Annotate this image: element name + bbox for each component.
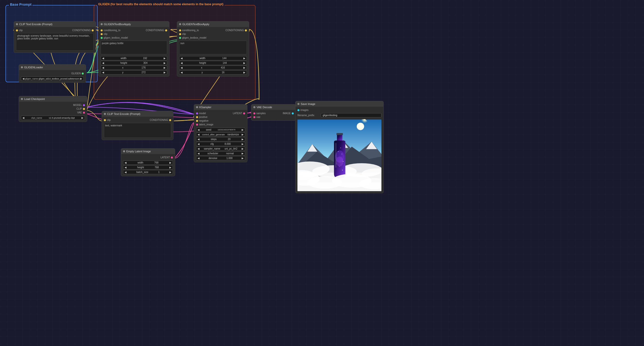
param-row-ckpt: ◀ ckpt_name v1-5-pruned-emaonly.ckpt ▶: [21, 115, 85, 120]
node-title: VAE Decode: [256, 106, 272, 109]
arrow-right[interactable]: ▶: [170, 161, 172, 164]
slider-y-2[interactable]: ◀ y 16 ▶: [179, 70, 247, 75]
arrow-left[interactable]: ◀: [180, 66, 182, 69]
slider-x-1[interactable]: ◀ x 176 ▶: [101, 66, 167, 70]
arrow-left[interactable]: ◀: [124, 161, 126, 164]
port-row-images-in: images: [298, 108, 382, 112]
arrow-right[interactable]: ▶: [164, 71, 166, 74]
slider-height-1[interactable]: ◀ height 304 ▶: [101, 61, 167, 65]
slider-height-2[interactable]: ◀ height 144 ▶: [179, 61, 247, 65]
param-sampler-name: ◀ sampler_name uni_pc_bh2 ▶: [196, 146, 245, 151]
arrow-right[interactable]: ▶: [170, 166, 172, 169]
arrow-left[interactable]: ◀: [198, 152, 200, 155]
arrow-left[interactable]: ◀: [102, 57, 104, 60]
arrow-right[interactable]: ▶: [164, 57, 166, 60]
port-dot-clip-neg: [104, 119, 106, 121]
arrow-left[interactable]: ◀: [124, 171, 126, 173]
slider-width-1[interactable]: ◀ width 192 ▶: [101, 56, 167, 60]
port-label-vae-in: vae: [256, 116, 260, 118]
clip-text-1-textarea[interactable]: photograph scenery landscape, snow beaut…: [16, 33, 94, 51]
port-label-gligen: GLIGEN: [71, 72, 81, 75]
slider-control-after[interactable]: ◀ control_after_generate randomize ▶: [196, 132, 245, 137]
arrow-left[interactable]: ◀: [198, 133, 200, 136]
arrow-left[interactable]: ◀: [22, 116, 24, 119]
arrow-right[interactable]: ▶: [170, 171, 172, 173]
node-dot: [21, 66, 23, 68]
slider-steps[interactable]: ◀ steps 20 ▶: [196, 137, 245, 141]
arrow-right[interactable]: ▶: [244, 66, 246, 69]
arrow-right[interactable]: ▶: [244, 62, 246, 64]
slider-cfg[interactable]: ◀ cfg 8.000 ▶: [196, 142, 245, 146]
port-label-image-out: IMAGE: [283, 112, 291, 115]
slider-gligen-name[interactable]: ◀ gligen_name gligen_sd14_textbox_pruned…: [21, 77, 84, 81]
slider-y-1[interactable]: ◀ y 272 ▶: [101, 70, 167, 75]
svg-rect-26: [336, 133, 343, 135]
slider-width-2[interactable]: ◀ width 144 ▶: [179, 56, 247, 60]
slider-denoise[interactable]: ◀ denoise 1.000 ▶: [196, 156, 245, 160]
node-title: Load Checkpoint: [24, 98, 45, 101]
port-dot-latent-out: [243, 112, 245, 114]
port-row-vae: VAE: [21, 111, 85, 114]
port-label-positive: positive: [199, 116, 208, 118]
slider-seed[interactable]: ◀ seed 1023216319780679 ▶: [196, 128, 245, 132]
cfg-value: 8.000: [224, 143, 231, 145]
node-save-image-header: Save Image: [296, 101, 384, 107]
arrow-left[interactable]: ◀: [102, 62, 104, 64]
arrow-right[interactable]: ▶: [244, 71, 246, 74]
arrow-right[interactable]: ▶: [242, 138, 244, 141]
seed-label: seed: [206, 128, 211, 131]
port-label-clip: CLIP: [76, 107, 82, 110]
slider-scheduler[interactable]: ◀ scheduler normal ▶: [196, 151, 245, 156]
slider-ckpt-name[interactable]: ◀ ckpt_name v1-5-pruned-emaonly.ckpt ▶: [21, 116, 85, 120]
arrow-right[interactable]: ▶: [242, 152, 244, 155]
filename-prefix-label: filename_prefix: [298, 114, 320, 117]
arrow-right[interactable]: ▶: [164, 62, 166, 64]
slider-height-latent[interactable]: ◀ height 768 ▶: [123, 165, 173, 170]
arrow-right[interactable]: ▶: [242, 133, 244, 136]
port-label-gligen-model-2: gligen_textbox_model: [182, 36, 206, 39]
arrow-left[interactable]: ◀: [198, 138, 200, 141]
arrow-right[interactable]: ▶: [242, 147, 244, 150]
arrow-right[interactable]: ▶: [82, 116, 84, 119]
arrow-right[interactable]: ▶: [244, 57, 246, 60]
port-dot-clip: [16, 30, 18, 32]
gligen-textbox-1-textarea[interactable]: purple galaxy bottle: [101, 41, 167, 54]
arrow-right[interactable]: ▶: [242, 143, 244, 145]
arrow-left[interactable]: ◀: [124, 166, 126, 169]
arrow-left[interactable]: ◀: [198, 128, 200, 131]
x-value-2: 416: [221, 66, 225, 69]
steps-value: 20: [228, 138, 230, 141]
arrow-left[interactable]: ◀: [198, 157, 200, 160]
param-width-1: ◀ width 192 ▶: [101, 56, 167, 61]
arrow-right[interactable]: ▶: [80, 77, 82, 80]
slider-x-2[interactable]: ◀ x 416 ▶: [179, 66, 247, 70]
x-label-2: x: [201, 66, 202, 69]
arrow-right[interactable]: ▶: [242, 128, 244, 131]
param-width-latent: ◀ width 768 ▶: [123, 160, 173, 165]
gligen-textbox-2-textarea[interactable]: sun: [179, 41, 247, 54]
slider-sampler-name[interactable]: ◀ sampler_name uni_pc_bh2 ▶: [196, 147, 245, 151]
arrow-right[interactable]: ▶: [164, 66, 166, 69]
arrow-left[interactable]: ◀: [22, 77, 24, 80]
arrow-right[interactable]: ▶: [242, 157, 244, 160]
port-row-latent-in: latent_image: [196, 123, 245, 126]
port-label-model-in: model: [199, 112, 206, 115]
arrow-left[interactable]: ◀: [198, 143, 200, 145]
arrow-left[interactable]: ◀: [180, 57, 182, 60]
param-cfg: ◀ cfg 8.000 ▶: [196, 142, 245, 146]
arrow-left[interactable]: ◀: [102, 66, 104, 69]
scheduler-label: scheduler: [208, 152, 218, 155]
port-dot-vae-in: [253, 116, 255, 118]
port-label-gligen-model: gligen_textbox_model: [104, 36, 128, 39]
arrow-left[interactable]: ◀: [180, 62, 182, 64]
slider-width-latent[interactable]: ◀ width 768 ▶: [123, 161, 173, 165]
param-height-latent: ◀ height 768 ▶: [123, 165, 173, 170]
port-dot-conditioning-out-2: [245, 30, 247, 32]
clip-text-2-textarea[interactable]: text, watermark: [104, 123, 171, 138]
arrow-left[interactable]: ◀: [198, 147, 200, 150]
slider-batch-size[interactable]: ◀ batch_size 1 ▶: [123, 170, 173, 174]
param-denoise: ◀ denoise 1.000 ▶: [196, 156, 245, 161]
arrow-left[interactable]: ◀: [180, 71, 182, 74]
group-gligen-title: GLIGEN (for best results the elements sh…: [97, 3, 224, 6]
arrow-left[interactable]: ◀: [102, 71, 104, 74]
